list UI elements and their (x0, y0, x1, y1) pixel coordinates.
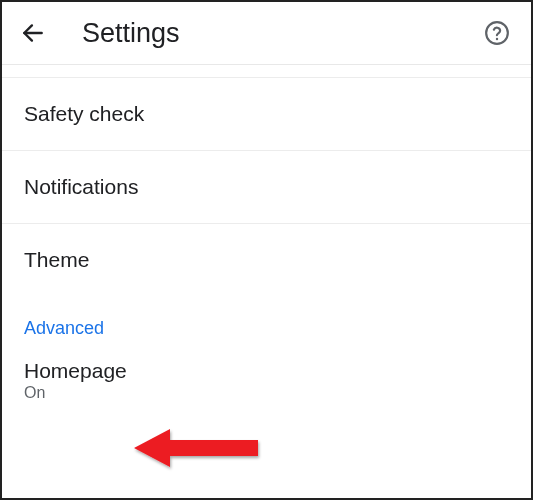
homepage-status: On (24, 384, 509, 402)
settings-item-notifications[interactable]: Notifications (2, 151, 531, 224)
app-bar: Settings (2, 2, 531, 64)
settings-item-theme[interactable]: Theme (2, 224, 531, 296)
annotation-arrow-icon (132, 423, 272, 473)
svg-point-2 (496, 38, 498, 40)
previous-section-edge (2, 64, 531, 78)
help-icon[interactable] (483, 19, 511, 47)
back-icon[interactable] (20, 20, 46, 46)
svg-marker-3 (134, 429, 258, 467)
page-title: Settings (82, 18, 180, 49)
settings-item-safety-check[interactable]: Safety check (2, 78, 531, 151)
settings-item-homepage[interactable]: Homepage On (2, 345, 531, 426)
svg-point-1 (486, 22, 508, 44)
section-header-advanced: Advanced (2, 296, 531, 345)
homepage-label: Homepage (24, 359, 509, 383)
settings-list: Safety check Notifications Theme Advance… (2, 78, 531, 426)
